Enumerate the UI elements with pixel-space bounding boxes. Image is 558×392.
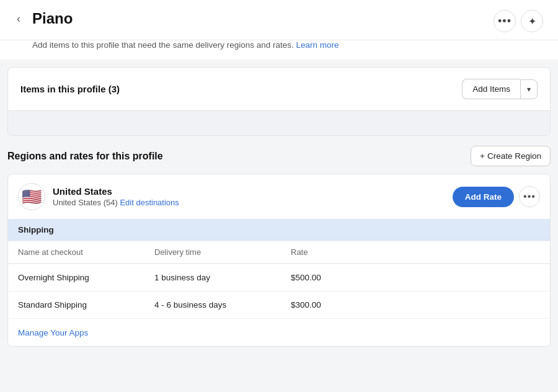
- row1-rate: $500.00: [291, 273, 540, 282]
- more-options-button[interactable]: •••: [494, 10, 516, 32]
- create-region-button[interactable]: + Create Region: [471, 146, 551, 166]
- row1-delivery: 1 business day: [154, 273, 291, 282]
- plus-icon: +: [480, 151, 485, 161]
- region-more-button[interactable]: •••: [519, 186, 540, 207]
- add-items-button[interactable]: Add Items: [462, 79, 520, 99]
- sparkle-icon: ✦: [528, 16, 536, 27]
- region-details: United States United States (54) Edit de…: [53, 186, 179, 207]
- region-card-header: 🇺🇸 United States United States (54) Edit…: [8, 174, 550, 219]
- region-sub-text: United States (54): [53, 198, 118, 207]
- add-rate-button[interactable]: Add Rate: [453, 187, 514, 207]
- regions-header: Regions and rates for this profile + Cre…: [7, 146, 551, 166]
- back-icon: ‹: [17, 12, 20, 25]
- col-header-name: Name at checkout: [18, 247, 154, 257]
- region-sub: United States (54) Edit destinations: [53, 198, 179, 207]
- col-header-delivery: Delivery time: [154, 247, 291, 257]
- edit-destinations-link[interactable]: Edit destinations: [120, 198, 179, 207]
- back-button[interactable]: ‹: [10, 10, 27, 27]
- add-items-dropdown-button[interactable]: ▾: [520, 79, 538, 99]
- items-collapsed-area: [8, 110, 550, 135]
- header: ‹ Piano ••• ✦: [0, 0, 558, 40]
- region-info: 🇺🇸 United States United States (54) Edit…: [18, 183, 179, 210]
- col-header-rate: Rate: [291, 247, 540, 257]
- row2-rate: $300.00: [291, 300, 540, 310]
- region-name: United States: [53, 186, 179, 197]
- items-profile-title: Items in this profile (3): [20, 84, 120, 94]
- more-icon: •••: [498, 15, 512, 28]
- items-profile-card: Items in this profile (3) Add Items ▾: [7, 67, 551, 136]
- regions-title: Regions and rates for this profile: [7, 151, 163, 162]
- table-row: Overnight Shipping 1 business day $500.0…: [8, 264, 550, 291]
- page-title: Piano: [32, 10, 73, 27]
- manage-apps-link[interactable]: Manage Your Apps: [18, 328, 88, 337]
- chevron-down-icon: ▾: [527, 85, 531, 94]
- subtitle-bar: Add items to this profile that need the …: [0, 40, 558, 60]
- items-profile-header: Items in this profile (3) Add Items ▾: [8, 68, 550, 110]
- shipping-section-label: Shipping: [8, 219, 550, 241]
- subtitle-text: Add items to this profile that need the …: [32, 40, 294, 50]
- row2-delivery: 4 - 6 business days: [154, 300, 291, 310]
- table-row: Standard Shipping 4 - 6 business days $3…: [8, 291, 550, 318]
- row2-name: Standard Shipping: [18, 300, 154, 310]
- page-container: ‹ Piano ••• ✦ Add items to this profile …: [0, 0, 558, 392]
- us-region-card: 🇺🇸 United States United States (54) Edit…: [7, 174, 551, 347]
- create-region-label: Create Region: [487, 151, 541, 161]
- header-actions: ••• ✦: [494, 10, 543, 32]
- us-flag-icon: 🇺🇸: [18, 183, 45, 210]
- region-actions: Add Rate •••: [453, 186, 540, 207]
- add-items-buttons: Add Items ▾: [462, 79, 538, 99]
- header-left: ‹ Piano: [10, 10, 73, 27]
- more-icon: •••: [523, 191, 536, 202]
- manage-apps-row: Manage Your Apps: [8, 318, 550, 346]
- row1-name: Overnight Shipping: [18, 273, 154, 282]
- learn-more-link[interactable]: Learn more: [296, 40, 339, 50]
- sparkle-button[interactable]: ✦: [521, 10, 543, 32]
- shipping-column-headers: Name at checkout Delivery time Rate: [8, 241, 550, 264]
- regions-section: Regions and rates for this profile + Cre…: [0, 136, 558, 352]
